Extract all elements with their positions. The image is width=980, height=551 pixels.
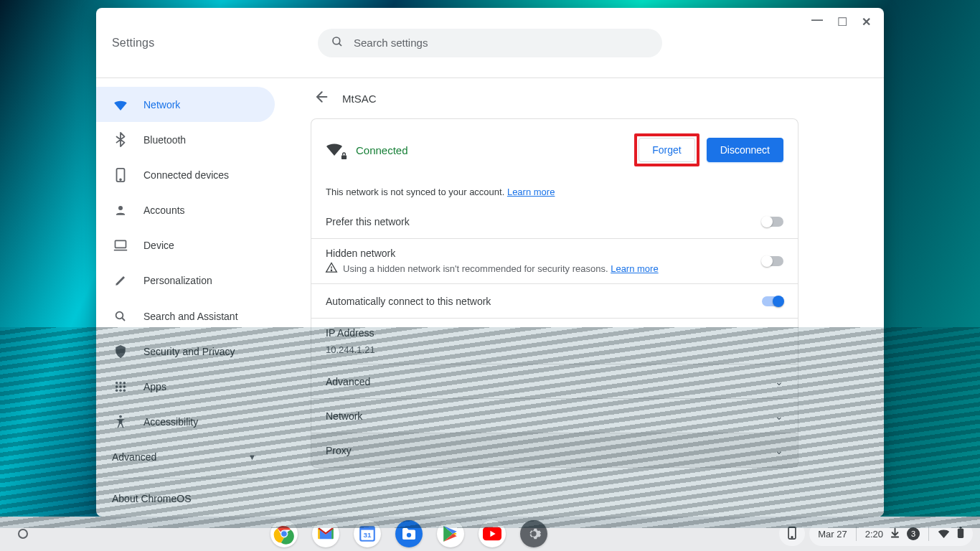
row-label: Prefer this network bbox=[326, 216, 410, 227]
svg-point-16 bbox=[123, 390, 126, 392]
svg-line-1 bbox=[339, 43, 341, 46]
sidebar-item-label: Device bbox=[143, 240, 174, 251]
app-gmail[interactable] bbox=[312, 520, 339, 547]
status-section: Connected Forget Disconnect This network… bbox=[311, 118, 798, 204]
sidebar-item-apps[interactable]: Apps bbox=[96, 369, 275, 404]
svg-text:31: 31 bbox=[364, 531, 372, 539]
search-input[interactable] bbox=[354, 37, 649, 49]
row-proxy[interactable]: Proxy ⌄ bbox=[311, 433, 798, 468]
sidebar-item-label: Personalization bbox=[143, 275, 212, 286]
wifi-icon bbox=[938, 528, 950, 540]
status-tray[interactable]: Mar 27 2:20 3 bbox=[809, 522, 973, 546]
row-prefer-network: Prefer this network bbox=[311, 204, 798, 239]
sidebar-item-search-assistant[interactable]: Search and Assistant bbox=[96, 298, 275, 334]
sidebar-item-security[interactable]: Security and Privacy bbox=[96, 334, 275, 369]
window-controls: — ☐ ✕ bbox=[811, 8, 884, 37]
row-label: Network bbox=[326, 410, 362, 422]
sidebar-item-bluetooth[interactable]: Bluetooth bbox=[96, 122, 275, 157]
row-advanced[interactable]: Advanced ⌄ bbox=[311, 364, 798, 399]
row-network[interactable]: Network ⌄ bbox=[311, 399, 798, 433]
breadcrumb-label: MtSAC bbox=[342, 93, 377, 105]
window-maximize-icon[interactable]: ☐ bbox=[837, 17, 847, 28]
row-label: Advanced bbox=[326, 376, 370, 387]
chevron-down-icon: ⌄ bbox=[775, 376, 783, 387]
prefer-network-toggle[interactable] bbox=[762, 217, 783, 227]
sidebar-advanced[interactable]: Advanced ▼ bbox=[96, 440, 275, 475]
sidebar-item-connected-devices[interactable]: Connected devices bbox=[96, 157, 275, 192]
pencil-icon bbox=[113, 274, 128, 287]
sidebar-item-label: Network bbox=[143, 99, 180, 110]
phone-icon bbox=[788, 527, 796, 542]
phone-icon bbox=[113, 168, 128, 182]
notification-count: 3 bbox=[907, 527, 920, 540]
ip-address-value: 10.244.1.21 bbox=[326, 344, 375, 355]
sidebar-divider bbox=[103, 478, 265, 479]
window-minimize-icon[interactable]: — bbox=[811, 14, 823, 26]
apps-grid-icon bbox=[113, 381, 128, 392]
hidden-learn-more-link[interactable]: Learn more bbox=[611, 263, 658, 274]
person-icon bbox=[113, 204, 128, 217]
sidebar-item-device[interactable]: Device bbox=[96, 228, 275, 263]
sidebar: Network Bluetooth Connected devices Acco… bbox=[96, 78, 275, 517]
svg-point-20 bbox=[331, 270, 331, 270]
svg-rect-5 bbox=[116, 241, 126, 248]
svg-point-17 bbox=[119, 415, 122, 418]
wifi-icon bbox=[113, 99, 128, 110]
sync-learn-more-link[interactable]: Learn more bbox=[507, 187, 555, 197]
svg-rect-18 bbox=[341, 156, 347, 159]
shelf-status-area[interactable]: Mar 27 2:20 3 bbox=[779, 522, 973, 546]
sidebar-item-label: Apps bbox=[143, 381, 166, 392]
sidebar-item-accounts[interactable]: Accounts bbox=[96, 193, 275, 228]
search-field[interactable] bbox=[318, 29, 662, 57]
app-chrome[interactable] bbox=[270, 520, 298, 547]
annotation-highlight: Forget bbox=[634, 133, 699, 166]
chevron-down-icon: ▼ bbox=[248, 453, 256, 461]
window-close-icon[interactable]: ✕ bbox=[862, 17, 871, 28]
app-files[interactable] bbox=[395, 520, 423, 547]
sidebar-about[interactable]: About ChromeOS bbox=[96, 481, 275, 517]
svg-rect-32 bbox=[958, 529, 963, 538]
sync-note: This network is not synced to your accou… bbox=[326, 187, 783, 197]
network-detail-card: MtSAC Connected Forget bbox=[311, 78, 798, 517]
svg-point-0 bbox=[333, 37, 340, 44]
row-label: Hidden network bbox=[326, 248, 659, 259]
svg-point-15 bbox=[119, 390, 122, 392]
forget-button[interactable]: Forget bbox=[639, 138, 694, 162]
laptop-icon bbox=[113, 240, 128, 251]
auto-connect-toggle[interactable] bbox=[762, 296, 783, 306]
app-play-store[interactable] bbox=[437, 520, 464, 547]
svg-point-9 bbox=[119, 382, 122, 385]
sidebar-item-label: Search and Assistant bbox=[143, 311, 238, 322]
launcher-button[interactable] bbox=[18, 529, 28, 539]
sidebar-item-network[interactable]: Network bbox=[96, 87, 275, 122]
sidebar-item-personalization[interactable]: Personalization bbox=[96, 263, 275, 298]
svg-point-11 bbox=[116, 385, 118, 388]
sidebar-item-accessibility[interactable]: Accessibility bbox=[96, 405, 275, 440]
page-title: Settings bbox=[112, 37, 154, 50]
app-calendar[interactable]: 31 bbox=[354, 520, 381, 547]
row-ip-address: IP Address 10.244.1.21 bbox=[311, 319, 798, 364]
status-date: Mar 27 bbox=[818, 529, 847, 540]
chevron-down-icon: ⌄ bbox=[775, 410, 783, 422]
svg-point-13 bbox=[123, 385, 126, 388]
disconnect-button[interactable]: Disconnect bbox=[707, 138, 783, 162]
shield-icon bbox=[113, 344, 128, 359]
app-settings-active[interactable] bbox=[520, 520, 547, 547]
hidden-network-toggle[interactable] bbox=[762, 256, 783, 266]
breadcrumb: MtSAC bbox=[311, 78, 798, 118]
search-icon bbox=[113, 310, 128, 323]
row-auto-connect: Automatically connect to this network bbox=[311, 284, 798, 319]
sidebar-item-label: Accounts bbox=[143, 204, 185, 216]
status-phone[interactable] bbox=[779, 522, 805, 546]
bluetooth-icon bbox=[113, 133, 128, 147]
settings-window: — ☐ ✕ Settings Network bbox=[96, 8, 884, 517]
app-youtube[interactable] bbox=[479, 520, 506, 547]
warning-icon bbox=[326, 262, 337, 275]
divider bbox=[856, 527, 857, 541]
sidebar-about-label: About ChromeOS bbox=[112, 493, 192, 504]
svg-point-8 bbox=[116, 382, 118, 385]
back-arrow-icon[interactable] bbox=[311, 87, 331, 110]
shelf-apps: 31 bbox=[270, 520, 547, 547]
sidebar-item-label: Bluetooth bbox=[143, 134, 186, 146]
accessibility-icon bbox=[113, 415, 128, 429]
